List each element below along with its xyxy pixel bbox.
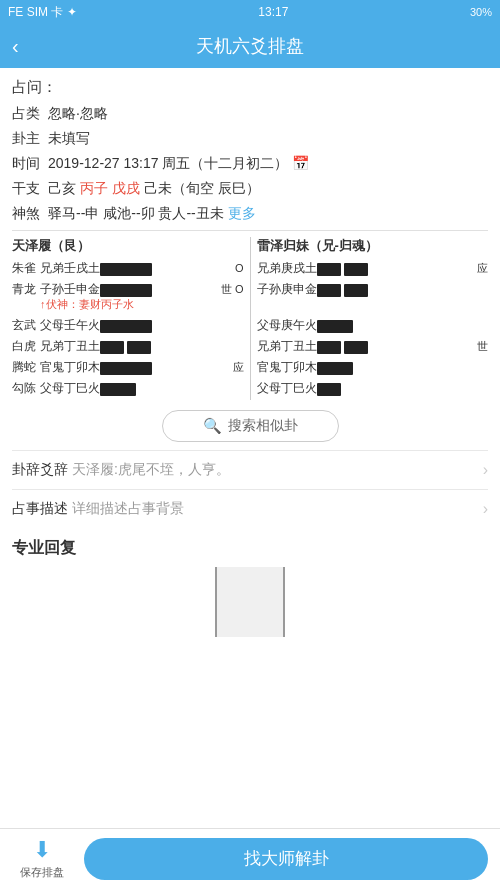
gua-right-row-5: 官鬼丁卯木: [257, 358, 489, 376]
gua-right-col: 雷泽归妹（兄-归魂） 兄弟庚戌土 应 子孙庚申金 父母庚午火 兄弟丁丑土 世: [257, 237, 489, 400]
ryao-6: 父母丁巳火: [257, 379, 489, 397]
time-value: 2019-12-27 13:17 周五（十二月初二）📅: [48, 153, 488, 174]
gua-right-row-2: 子孙庚申金: [257, 280, 489, 298]
ryao-block-5: [317, 362, 353, 375]
yao-2: 子孙壬申金: [40, 280, 219, 298]
search-btn-wrap: 🔍 搜索相似卦: [12, 410, 488, 442]
search-icon: 🔍: [203, 417, 222, 435]
liu-shen-1: 朱雀: [12, 259, 40, 277]
yao-3: 父母壬午火: [40, 316, 244, 334]
yao-block-1: [100, 263, 152, 276]
bottom-bar: ⬇ 保存排盘 找大师解卦: [0, 828, 500, 888]
search-btn-label: 搜索相似卦: [228, 417, 298, 435]
gua-right-row-4: 兄弟丁丑土 世: [257, 337, 489, 355]
zanglei-label: 占类: [12, 103, 48, 124]
gua-right-row-3: 父母庚午火: [257, 316, 489, 334]
gua-right-header: 雷泽归妹（兄-归魂）: [257, 237, 489, 255]
ryao-mark-1: 应: [477, 260, 488, 277]
status-time: 13:17: [258, 5, 288, 19]
more-link[interactable]: 更多: [228, 205, 256, 221]
info-row-zanglei: 占类 忽略·忽略: [12, 103, 488, 124]
gua-section: 天泽履（艮） 朱雀 兄弟壬戌土 O 青龙 子孙壬申金 世 O ↑伏神：妻财丙子水…: [12, 237, 488, 400]
phone-mockup-area: [12, 567, 488, 637]
gua-left-row-4: 白虎 兄弟丁丑土: [12, 337, 244, 355]
yao-6: 父母丁巳火: [40, 379, 244, 397]
yao-block-3: [100, 320, 152, 333]
yao-block-5: [100, 362, 152, 375]
phone-mockup: [215, 567, 285, 637]
yao-block-2: [100, 284, 152, 297]
yao-5: 官鬼丁卯木: [40, 358, 231, 376]
info-row-time: 时间 2019-12-27 13:17 周五（十二月初二）📅: [12, 153, 488, 174]
guazhu-label: 卦主: [12, 128, 48, 149]
liu-shen-5: 腾蛇: [12, 358, 40, 376]
ganzhi-normal1: 己亥: [48, 180, 80, 196]
ryao-block-2a: [317, 284, 341, 297]
gua-right-row-6: 父母丁巳火: [257, 379, 489, 397]
liu-shen-2: 青龙: [12, 280, 40, 298]
shenshe-label: 神煞: [12, 203, 48, 224]
zanglei-value: 忽略·忽略: [48, 103, 488, 124]
main-content: 占问： 占类 忽略·忽略 卦主 未填写 时间 2019-12-27 13:17 …: [0, 68, 500, 707]
status-bar: FE SIM 卡 ✦ 13:17 30%: [0, 0, 500, 24]
list-item-zhanzhi[interactable]: 占事描述 详细描述占事背景 ›: [12, 489, 488, 528]
save-button[interactable]: ⬇ 保存排盘: [12, 837, 72, 880]
gua-left-row-3: 玄武 父母壬午火: [12, 316, 244, 334]
section-title-zhuanye: 专业回复: [12, 538, 488, 559]
gua-left-row-2-wrap: 青龙 子孙壬申金 世 O ↑伏神：妻财丙子水: [12, 280, 244, 298]
ryao-3: 父母庚午火: [257, 316, 489, 334]
yao-block-4b: [127, 341, 151, 354]
search-similar-button[interactable]: 🔍 搜索相似卦: [162, 410, 339, 442]
yao-4: 兄弟丁丑土: [40, 337, 244, 355]
ganzhi-normal2: 己未（旬空 辰巳）: [140, 180, 260, 196]
ganzhi-value: 己亥 丙子 戊戌 己未（旬空 辰巳）: [48, 178, 488, 199]
ryao-block-3: [317, 320, 353, 333]
guaci-value: 天泽履:虎尾不垤，人亨。: [72, 461, 483, 479]
zhanzhi-label: 占事描述: [12, 500, 72, 518]
guazhu-value: 未填写: [48, 128, 488, 149]
yao-1: 兄弟壬戌土: [40, 259, 233, 277]
zhanwen-title: 占问：: [12, 78, 488, 97]
zhanzhi-value: 详细描述占事背景: [72, 500, 483, 518]
yao-mark-5: 应: [233, 359, 244, 376]
ryao-block-4b: [344, 341, 368, 354]
guaci-arrow: ›: [483, 461, 488, 479]
page-title: 天机六爻排盘: [196, 34, 304, 58]
col-divider: [250, 237, 251, 400]
yao-block-6: [100, 383, 136, 396]
status-left: FE SIM 卡 ✦: [8, 4, 77, 21]
info-row-ganzhi: 干支 己亥 丙子 戊戌 己未（旬空 辰巳）: [12, 178, 488, 199]
info-row-guazhu: 卦主 未填写: [12, 128, 488, 149]
ganzhi-red: 丙子 戊戌: [80, 180, 140, 196]
battery-text: 30%: [470, 6, 492, 18]
zhanzhi-arrow: ›: [483, 500, 488, 518]
gua-left-col: 天泽履（艮） 朱雀 兄弟壬戌土 O 青龙 子孙壬申金 世 O ↑伏神：妻财丙子水…: [12, 237, 244, 400]
gua-left-row-5: 腾蛇 官鬼丁卯木 应: [12, 358, 244, 376]
ryao-4: 兄弟丁丑土: [257, 337, 476, 355]
gua-left-row-2: 青龙 子孙壬申金 世 O: [12, 280, 244, 298]
list-item-guaci[interactable]: 卦辞爻辞 天泽履:虎尾不垤，人亨。 ›: [12, 450, 488, 489]
ganzhi-label: 干支: [12, 178, 48, 199]
sim-text: FE SIM 卡 ✦: [8, 4, 77, 21]
divider-1: [12, 230, 488, 231]
status-right: 30%: [470, 6, 492, 18]
ryao-block-1b: [344, 263, 368, 276]
info-row-shenshe: 神煞 驿马--申 咸池--卯 贵人--丑未 更多: [12, 203, 488, 224]
calendar-icon[interactable]: 📅: [292, 155, 309, 171]
save-label: 保存排盘: [20, 865, 64, 880]
ryao-block-2b: [344, 284, 368, 297]
back-button[interactable]: ‹: [12, 35, 19, 58]
gua-left-header: 天泽履（艮）: [12, 237, 244, 255]
liu-shen-6: 勾陈: [12, 379, 40, 397]
ryao-block-1a: [317, 263, 341, 276]
ryao-2: 子孙庚申金: [257, 280, 489, 298]
ryao-5: 官鬼丁卯木: [257, 358, 489, 376]
gua-right-row-1: 兄弟庚戌土 应: [257, 259, 489, 277]
jie-gua-button[interactable]: 找大师解卦: [84, 838, 488, 880]
gua-left-row-1: 朱雀 兄弟壬戌土 O: [12, 259, 244, 277]
ryao-mark-4: 世: [477, 338, 488, 355]
ryao-1: 兄弟庚戌土: [257, 259, 476, 277]
ryao-block-4a: [317, 341, 341, 354]
time-label: 时间: [12, 153, 48, 174]
guaci-label: 卦辞爻辞: [12, 461, 72, 479]
